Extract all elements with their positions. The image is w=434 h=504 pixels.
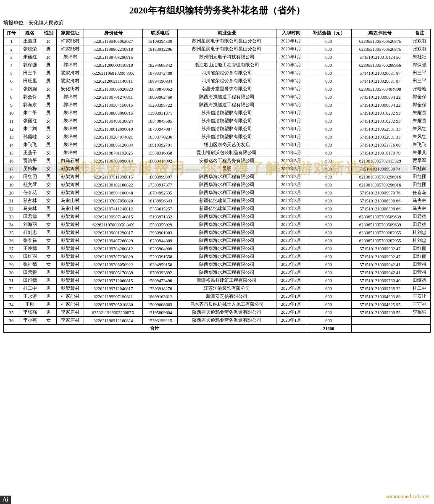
- table-cell: 622621199409130824: [84, 117, 143, 125]
- table-cell: 2020年1月: [276, 133, 306, 141]
- table-cell: 朱坪村: [56, 125, 84, 133]
- table-cell: 622621198802210818: [84, 45, 143, 53]
- table-cell: 女: [41, 197, 56, 205]
- table-cell: 陕西省天通鸡业劳务派遣有限公司: [177, 309, 276, 317]
- table-cell: 杜二中: [409, 285, 430, 293]
- table-cell: 26: [4, 237, 19, 245]
- table-cell: 陕西华海水利工程有限公司: [177, 237, 276, 245]
- table-cell: 陕西华海水利工程有限公司: [177, 173, 276, 181]
- table-cell: 600: [306, 269, 351, 277]
- table-cell: 622621198708290815: [84, 53, 143, 61]
- table-row: 5田三平男恶家湾村622621196810200 83X18793372488四…: [4, 69, 431, 77]
- col-company: 就业企业: [177, 29, 276, 37]
- table-cell: 18293904909: [142, 245, 177, 253]
- table-cell: 13930901983: [142, 229, 177, 237]
- table-cell: 田红丽: [409, 245, 430, 253]
- table-cell: 600: [306, 285, 351, 293]
- table-cell: 7151010210009908 74: [351, 165, 409, 173]
- table-cell: 18393770236: [142, 133, 177, 141]
- table-cell: 622621199701270811: [84, 93, 143, 101]
- table-cell: 2020年3月: [276, 253, 306, 261]
- table-cell: 17393917377: [142, 181, 177, 189]
- table-cell: 田营得: [19, 269, 41, 277]
- table-cell: 15558316858: [142, 149, 177, 157]
- table-row: 20任春花女献架篱村62262119690410084818794992535陕…: [4, 189, 431, 197]
- table-cell: 622621199907140815: [84, 213, 143, 221]
- table-row: 21翟占林女马家山村62262119780705082018139956343新…: [4, 197, 431, 205]
- table-cell: 622621199712040817: [84, 285, 143, 293]
- table-cell: 郭坪村: [56, 101, 84, 109]
- table-cell: 622621196912160824: [84, 317, 143, 325]
- table-cell: 2020年3月: [276, 101, 306, 109]
- table-cell: 朱二平: [19, 109, 41, 117]
- table-cell: 张双有: [409, 37, 430, 45]
- table-cell: 5715101210008308 66: [351, 205, 409, 213]
- table-cell: 杜文琴: [19, 181, 41, 189]
- table-cell: 2020年1月: [276, 125, 306, 133]
- table-cell: 15: [4, 149, 19, 157]
- table-cell: 男: [41, 125, 56, 133]
- page-container: 2020年有组织输转劳务奖补花名册（省外） 填报单位：安化镇人民政府 英雄联盟转…: [0, 0, 434, 337]
- table-cell: 2020年3月: [276, 285, 306, 293]
- table-cell: 622621199504150815: [84, 101, 143, 109]
- table-cell: 田三平: [409, 77, 430, 85]
- table-cell: 622621196708090814: [84, 157, 143, 165]
- table-cell: 600: [306, 317, 351, 325]
- table-row: 15王燕子女朱坪村62262119870110202515558316858昆山…: [4, 149, 431, 157]
- table-cell: 6230651005700282955: [351, 237, 409, 245]
- table-cell: 许家能村: [56, 45, 84, 53]
- table-cell: 献架篱村: [56, 253, 84, 261]
- table-cell: 2: [4, 45, 19, 53]
- table-cell: 田君德: [409, 213, 430, 221]
- table-cell: 24: [4, 221, 19, 229]
- table-cell: 昆明: [177, 165, 276, 173]
- table-cell: 2020年3月: [276, 85, 306, 93]
- table-cell: 朱飞飞: [409, 141, 430, 149]
- table-cell: 11: [4, 117, 19, 125]
- table-cell: 郭全保: [19, 93, 41, 101]
- table-cell: 600: [306, 157, 351, 165]
- table-cell: 5715101210010202 93: [351, 109, 409, 117]
- table-row: 2张桂荣男许家能村62262119880221081818153912206苏州…: [4, 45, 431, 53]
- table-cell: 2020年1月: [276, 309, 306, 317]
- table-cell: 男: [41, 93, 56, 101]
- table-cell: 622621197411240812: [84, 205, 143, 213]
- table-row: 31田维德男献架篱村62262119971206081515809473490新…: [4, 277, 431, 285]
- table-cell: 622621200211140811: [84, 77, 143, 85]
- table-cell: 600: [306, 37, 351, 45]
- table-cell: 13993931371: [142, 109, 177, 117]
- table-cell: 19: [4, 181, 19, 189]
- table-cell: 30: [4, 269, 19, 277]
- table-cell: 600: [306, 237, 351, 245]
- table-cell: 10: [4, 109, 19, 117]
- table-cell: 献架篱村: [56, 229, 84, 237]
- table-cell: 李家庙村: [56, 309, 84, 317]
- table-cell: 张社菊: [19, 261, 41, 269]
- table-cell: 朱坪村: [56, 53, 84, 61]
- table-cell: 女: [41, 117, 56, 125]
- table-row: 28田红丽女献架篱村62262119970723082915293391558陕…: [4, 253, 431, 261]
- page-title: 2020年有组织输转劳务奖补花名册（省外）: [3, 4, 431, 17]
- table-cell: 2020年1月: [276, 109, 306, 117]
- table-cell: 女: [41, 149, 56, 157]
- table-cell: 朱坪村: [56, 109, 84, 117]
- table-cell: 朱社社: [409, 53, 430, 61]
- table-cell: 乌木齐市质纯机械土方施工有限公司: [177, 301, 276, 309]
- table-cell: 男: [41, 277, 56, 285]
- table-cell: 18709393892: [142, 269, 177, 277]
- table-cell: 苏州信洁鸥塑胶有限公司: [177, 125, 276, 133]
- table-cell: 田三平: [409, 69, 430, 77]
- table-cell: 苏州阳元电子科技有限公司: [177, 53, 276, 61]
- table-cell: 昆山福耐沃包装制品有限公司: [177, 149, 276, 157]
- table-cell: 8: [4, 93, 19, 101]
- table-cell: 18139956343: [142, 197, 177, 205]
- table-cell: 600: [306, 133, 351, 141]
- table-cell: 刘海丽: [19, 221, 41, 229]
- table-cell: 朱果儿: [409, 149, 430, 157]
- table-cell: 622621199705010830: [84, 301, 143, 309]
- table-cell: 贾清平: [19, 157, 41, 165]
- table-cell: [409, 317, 430, 325]
- table-cell: 600: [306, 197, 351, 205]
- table-cell: 马夫林: [409, 205, 430, 213]
- table-row: 29张社菊女献架篱村62262119930805092218394959158陕…: [4, 261, 431, 269]
